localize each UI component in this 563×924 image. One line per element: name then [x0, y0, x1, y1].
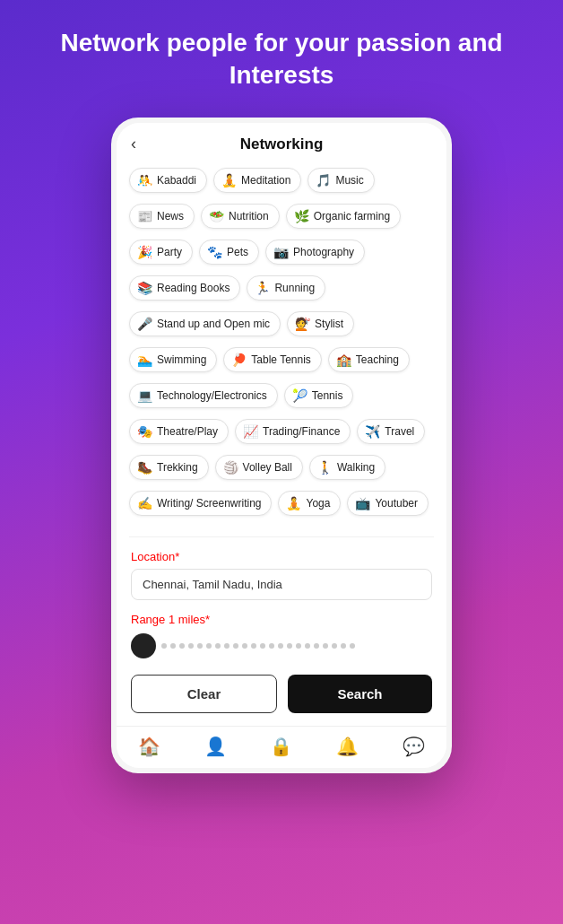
nav-bell-icon[interactable]: 🔔 — [336, 736, 359, 757]
tag-emoji: 🏫 — [336, 353, 351, 367]
tag-item[interactable]: 📷Photography — [265, 240, 365, 265]
tag-item[interactable]: 🤼Kabaddi — [129, 168, 207, 193]
tag-label: Meditation — [241, 174, 290, 187]
tag-item[interactable]: 🏫Teaching — [328, 347, 410, 372]
nav-chat-icon[interactable]: 💬 — [403, 736, 425, 757]
location-section: Location* Chennai, Tamil Nadu, India — [117, 543, 446, 604]
tag-label: Theatre/Play — [157, 425, 218, 438]
tag-item[interactable]: 🎉Party — [129, 240, 193, 265]
clear-button[interactable]: Clear — [131, 675, 277, 713]
range-slider[interactable] — [131, 633, 432, 658]
slider-dot — [278, 643, 283, 649]
tag-emoji: 📺 — [355, 496, 370, 510]
slider-dot — [341, 643, 346, 649]
tag-item[interactable]: 🚶Walking — [309, 455, 385, 480]
phone-inner: ‹ Networking 🤼Kabaddi🧘Meditation🎵Music📰N… — [117, 123, 446, 768]
tag-emoji: ✍️ — [137, 496, 152, 510]
slider-dot — [305, 643, 310, 649]
tag-emoji: 📈 — [243, 424, 258, 439]
nav-person-icon[interactable]: 👤 — [204, 736, 227, 757]
tag-emoji: 📷 — [273, 245, 289, 259]
tag-label: Travel — [385, 425, 414, 438]
slider-dot — [260, 643, 265, 649]
tag-emoji: ✈️ — [365, 424, 380, 439]
tag-emoji: 🥗 — [209, 209, 224, 223]
tag-item[interactable]: 🏓Table Tennis — [223, 347, 322, 372]
tag-label: Nutrition — [229, 210, 269, 222]
tag-item[interactable]: 🐾Pets — [199, 240, 259, 265]
tag-label: Trekking — [157, 461, 198, 474]
slider-dot — [197, 643, 203, 649]
slider-dot — [206, 643, 212, 649]
tag-label: News — [157, 210, 184, 222]
tag-label: Kabaddi — [157, 174, 196, 187]
tag-label: Reading Books — [157, 282, 230, 294]
slider-dot — [215, 643, 221, 649]
tag-item[interactable]: 📺Youtuber — [347, 491, 429, 516]
slider-track — [161, 643, 432, 649]
tag-item[interactable]: ✍️Writing/ Screenwriting — [129, 491, 272, 516]
tag-emoji: 🎤 — [137, 317, 152, 331]
nav-home-icon[interactable]: 🏠 — [138, 736, 160, 757]
tag-emoji: 🥾 — [137, 460, 152, 475]
tag-item[interactable]: 💻Technology/Electronics — [129, 383, 278, 408]
tag-item[interactable]: 🏃Running — [247, 275, 325, 301]
tags-area: 🤼Kabaddi🧘Meditation🎵Music📰News🥗Nutrition… — [117, 162, 446, 531]
tag-item[interactable]: 💇Stylist — [287, 311, 354, 336]
tag-item[interactable]: 🎵Music — [307, 168, 374, 193]
nav-lock-icon[interactable]: 🔒 — [270, 736, 292, 757]
tag-item[interactable]: ✈️Travel — [357, 419, 425, 444]
tag-label: Tennis — [312, 389, 343, 402]
tag-item[interactable]: 📰News — [129, 204, 195, 229]
screen-header: ‹ Networking — [117, 123, 446, 162]
back-button[interactable]: ‹ — [131, 135, 136, 153]
tag-item[interactable]: 🥗Nutrition — [201, 204, 280, 229]
slider-dot — [269, 643, 274, 649]
slider-dot — [170, 643, 176, 649]
slider-dot — [179, 643, 185, 649]
tag-emoji: 🎉 — [137, 245, 152, 259]
tag-item[interactable]: 🏊Swimming — [129, 347, 217, 372]
slider-dot — [323, 643, 328, 649]
slider-dot — [224, 643, 230, 649]
slider-dot — [242, 643, 247, 649]
tag-label: Table Tennis — [251, 353, 311, 366]
tag-item[interactable]: 🥾Trekking — [129, 455, 209, 480]
tag-label: Photography — [293, 246, 354, 258]
tag-label: Organic farming — [314, 210, 390, 222]
tag-item[interactable]: 🧘Meditation — [213, 168, 301, 193]
tag-label: Trading/Finance — [263, 425, 340, 438]
tag-label: Yoga — [306, 497, 330, 510]
tags-container: 🤼Kabaddi🧘Meditation🎵Music📰News🥗Nutrition… — [129, 168, 434, 520]
buttons-row: Clear Search — [117, 664, 446, 726]
tag-label: Writing/ Screenwriting — [157, 497, 261, 510]
location-input[interactable]: Chennai, Tamil Nadu, India — [131, 569, 432, 600]
tag-emoji: 📰 — [137, 209, 152, 223]
tag-label: Music — [335, 174, 363, 187]
tag-item[interactable]: 🎾Tennis — [284, 383, 354, 408]
slider-dot — [350, 643, 355, 649]
tag-emoji: 💇 — [295, 317, 310, 331]
tag-label: Volley Ball — [243, 461, 292, 474]
slider-thumb[interactable] — [131, 633, 156, 658]
tag-item[interactable]: 📚Reading Books — [129, 275, 240, 301]
tag-item[interactable]: 🎤Stand up and Open mic — [129, 311, 281, 336]
slider-dot — [296, 643, 301, 649]
search-button[interactable]: Search — [288, 675, 432, 713]
tag-label: Swimming — [157, 353, 206, 366]
tag-item[interactable]: 🌿Organic farming — [286, 204, 401, 229]
tag-label: Youtuber — [375, 497, 418, 510]
phone-frame: ‹ Networking 🤼Kabaddi🧘Meditation🎵Music📰N… — [111, 118, 452, 773]
range-section: Range 1 miles* — [117, 604, 446, 664]
tag-label: Stand up and Open mic — [157, 318, 270, 330]
tag-item[interactable]: 🧘Yoga — [278, 491, 341, 516]
tag-item[interactable]: 🎭Theatre/Play — [129, 419, 229, 444]
tag-item[interactable]: 📈Trading/Finance — [235, 419, 351, 444]
tag-item[interactable]: 🏐Volley Ball — [215, 455, 303, 480]
tag-emoji: 🌿 — [294, 209, 309, 223]
tag-emoji: 🧘 — [221, 173, 237, 187]
tag-emoji: 🚶 — [317, 460, 333, 475]
tag-emoji: 🤼 — [137, 173, 152, 187]
tag-label: Party — [157, 246, 182, 258]
tag-label: Running — [274, 282, 315, 294]
